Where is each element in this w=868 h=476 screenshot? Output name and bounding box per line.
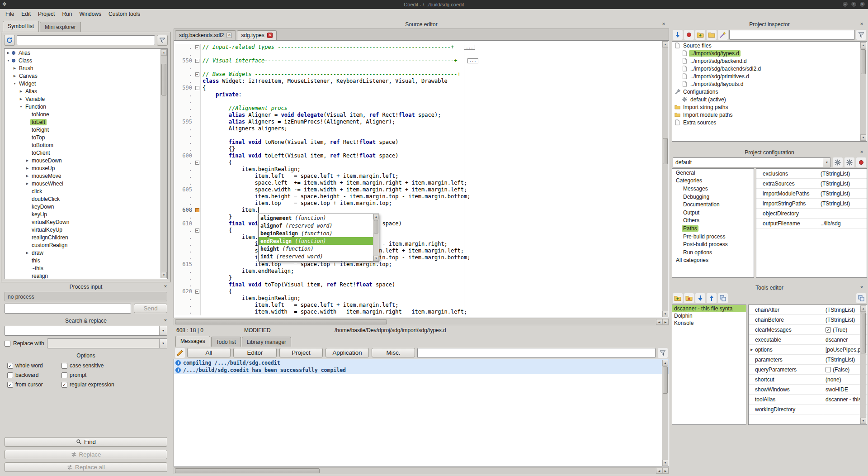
- replace-term-combobox[interactable]: ▼: [47, 338, 167, 348]
- code-line[interactable]: .− {: [175, 159, 661, 166]
- fold-toggle-icon[interactable]: −: [195, 72, 199, 76]
- combo-arrow-icon[interactable]: ▼: [159, 339, 167, 348]
- symbol-item-canvas[interactable]: ▶Canvas: [5, 72, 167, 80]
- move-tool-up-button[interactable]: [707, 293, 717, 303]
- property-value[interactable]: (TStringList): [818, 181, 867, 187]
- combo-arrow-icon[interactable]: ▼: [823, 158, 830, 167]
- code-line[interactable]: . item.beginRealign;: [175, 295, 661, 302]
- expand-icon[interactable]: ▶: [12, 67, 18, 70]
- search-option-backward[interactable]: backward: [7, 372, 61, 378]
- symbol-item-mouseup[interactable]: ▶mouseUp: [5, 164, 167, 172]
- close-search-replace-button[interactable]: ✕: [163, 318, 168, 323]
- checkbox[interactable]: ✓: [7, 363, 13, 369]
- scrollbar-thumb[interactable]: [161, 64, 166, 95]
- code-line[interactable]: .: [175, 98, 661, 105]
- clone-tool-button[interactable]: [718, 293, 728, 303]
- search-option-case-sensitive[interactable]: case sensitive: [61, 362, 165, 369]
- close-process-input-button[interactable]: ✕: [163, 284, 168, 289]
- configuration-selector[interactable]: default ▼: [673, 157, 831, 167]
- scroll-left-button[interactable]: ◀: [656, 468, 662, 474]
- tool-item-konsole[interactable]: Konsole: [672, 319, 746, 327]
- completion-item-init[interactable]: init(reserved word): [259, 252, 373, 260]
- inspector-item-source-files[interactable]: Source files: [672, 42, 867, 49]
- scroll-up-button[interactable]: ▲: [860, 42, 866, 48]
- maximize-button[interactable]: +: [851, 1, 857, 7]
- scroll-up-button[interactable]: ▲: [662, 360, 668, 366]
- collapse-icon[interactable]: ▼: [18, 105, 24, 108]
- add-configuration-button[interactable]: [844, 157, 854, 167]
- run-tool-button[interactable]: [856, 293, 866, 303]
- code-line[interactable]: . item.beginRealign;: [175, 234, 661, 241]
- property-value[interactable]: (TStringList): [818, 171, 867, 177]
- code-line[interactable]: 595 alias Aligners = izEnumProcs!(Aligne…: [175, 119, 661, 125]
- scroll-up-button[interactable]: ▲: [662, 41, 668, 48]
- code-line[interactable]: . item.width = space.width - item.margin…: [175, 309, 661, 315]
- find-button[interactable]: Find: [5, 437, 167, 447]
- open-project-button[interactable]: [673, 30, 683, 40]
- refresh-symbols-button[interactable]: [4, 35, 15, 46]
- message-row[interactable]: icompiling /.../build/sdg.coedit: [174, 359, 669, 367]
- property-row-clearmessages[interactable]: clearMessages✓(True): [749, 325, 867, 335]
- close-tab-icon[interactable]: ✕: [267, 33, 273, 38]
- menu-item-file[interactable]: File: [2, 10, 18, 19]
- search-option-whole-word[interactable]: ✓whole word: [7, 362, 61, 369]
- filter-project-button[interactable]: Project: [279, 348, 323, 357]
- inspector-filter-input[interactable]: [729, 30, 855, 40]
- scroll-down-button[interactable]: ▼: [161, 272, 167, 278]
- inspector-scrollbar[interactable]: ▲ ▼: [860, 42, 866, 141]
- fold-toggle-icon[interactable]: −: [195, 59, 199, 63]
- property-value[interactable]: (TStringList): [818, 200, 867, 207]
- fold-toggle-icon[interactable]: −: [195, 290, 199, 294]
- symbol-item-widget[interactable]: ▼Widget: [5, 80, 167, 87]
- fold-margin[interactable]: −: [194, 288, 201, 295]
- symbol-item-alias[interactable]: ▶Alias: [5, 87, 167, 95]
- message-row[interactable]: i/.../build/sdg.coedit has been successf…: [174, 367, 669, 374]
- replace-button[interactable]: Replace: [5, 450, 167, 459]
- fold-toggle-icon[interactable]: −: [195, 86, 199, 90]
- symbol-item-this[interactable]: ~this: [5, 264, 167, 272]
- code-line[interactable]: . private:: [175, 91, 661, 98]
- code-line[interactable]: . final void toNone(Visual item, ref Rec…: [175, 139, 661, 146]
- scroll-up-button[interactable]: ▲: [860, 305, 866, 312]
- symbol-item-click[interactable]: click: [5, 187, 167, 195]
- code-line[interactable]: . item.left = space.left + item.margin.l…: [175, 173, 661, 180]
- symbol-filter-input[interactable]: [17, 35, 155, 45]
- checkbox[interactable]: [7, 372, 13, 378]
- scroll-down-button[interactable]: ▼: [373, 256, 379, 261]
- property-row-exclusions[interactable]: exclusions(TStringList): [756, 169, 867, 179]
- expand-icon[interactable]: ▶: [18, 90, 24, 93]
- fold-toggle-icon[interactable]: −: [195, 45, 199, 49]
- code-line[interactable]: . item.top = space.top + item.margin.top…: [175, 200, 661, 207]
- symbol-item-customrealign[interactable]: customRealign: [5, 241, 167, 249]
- close-window-button[interactable]: ×: [859, 1, 865, 7]
- collapse-icon[interactable]: ▼: [5, 59, 11, 62]
- close-source-editor-button[interactable]: ✕: [661, 21, 666, 27]
- code-line[interactable]: . item.endRealign;: [175, 268, 661, 275]
- property-row-toolalias[interactable]: toolAliasdscanner - this: [749, 395, 867, 405]
- property-row-extrasources[interactable]: extraSources(TStringList): [756, 179, 867, 189]
- tab-messages[interactable]: Messages: [175, 336, 210, 347]
- code-line[interactable]: .− {: [175, 227, 661, 234]
- collapsed-fold-indicator[interactable]: ...: [467, 58, 478, 63]
- message-filter-options-button[interactable]: [658, 348, 668, 358]
- expand-icon[interactable]: ▶: [18, 97, 24, 101]
- symbol-item-brush[interactable]: ▶Brush: [5, 64, 167, 72]
- code-line[interactable]: . item.height = space.height - item.marg…: [175, 254, 661, 261]
- remove-configuration-button[interactable]: [856, 157, 866, 167]
- expand-icon[interactable]: ▶: [24, 182, 30, 186]
- completion-scrollbar[interactable]: ▲ ▼: [373, 214, 379, 261]
- editor-vertical-scrollbar[interactable]: ▲ ▼: [662, 41, 668, 317]
- inspector-item-import-module-paths[interactable]: Import module paths: [672, 111, 867, 119]
- property-row-chainafter[interactable]: chainAfter(TStringList): [749, 305, 867, 315]
- scroll-down-button[interactable]: ▼: [860, 418, 866, 424]
- code-editor[interactable]: .−// Input-related types ---------------…: [174, 40, 669, 318]
- property-row-options[interactable]: ▶options[poUsePipes,po: [749, 345, 867, 355]
- property-row-parameters[interactable]: parameters(TStringList): [749, 355, 867, 365]
- code-line[interactable]: 615 item.top = space.top + item.margin.t…: [175, 261, 661, 268]
- menu-item-custom-tools[interactable]: Custom tools: [105, 10, 144, 19]
- fold-margin[interactable]: −: [194, 227, 201, 234]
- scrollbar-thumb[interactable]: [663, 138, 668, 164]
- editor-tab-sdg-types[interactable]: sdg.types✕: [237, 30, 276, 40]
- replace-all-button[interactable]: Replace all: [5, 462, 167, 472]
- send-button[interactable]: Send: [134, 304, 167, 313]
